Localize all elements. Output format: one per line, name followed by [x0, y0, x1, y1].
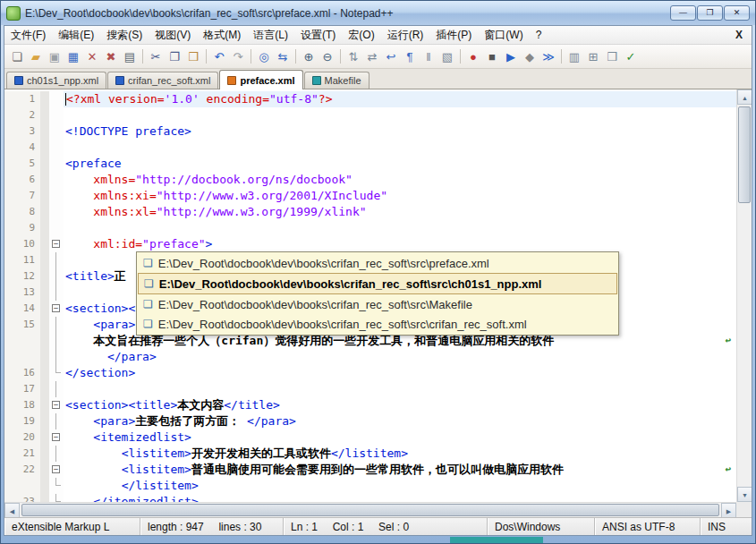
- menu-item-E[interactable]: 编辑(E): [52, 26, 100, 45]
- undo-icon[interactable]: ↶: [210, 47, 228, 65]
- tab-crifan_rec_soft.xml[interactable]: crifan_rec_soft.xml: [107, 72, 218, 89]
- line-number: 15: [4, 317, 40, 333]
- menu-item-S[interactable]: 搜索(S): [100, 26, 149, 45]
- scroll-up-button[interactable]: ▲: [737, 89, 752, 105]
- define-language-icon[interactable]: ▧: [438, 47, 456, 65]
- horizontal-scrollbar[interactable]: ◀ ▶: [4, 502, 736, 517]
- syntax-segment: </listitem>: [122, 478, 199, 494]
- line-number: [4, 349, 40, 365]
- code-text[interactable]: </section>: [64, 365, 736, 381]
- code-text[interactable]: [64, 140, 736, 156]
- menu-item-W[interactable]: 窗口(W): [478, 26, 529, 45]
- copy-icon[interactable]: ❐: [166, 47, 183, 65]
- code-text[interactable]: <section><title>本文内容</title>: [64, 397, 736, 413]
- code-text[interactable]: </para>: [64, 349, 736, 365]
- menu-item-L[interactable]: 语言(L): [247, 26, 294, 45]
- minimize-button[interactable]: —: [670, 5, 696, 21]
- code-text[interactable]: [64, 220, 736, 236]
- code-text[interactable]: </listitem>: [64, 478, 736, 494]
- doc-switcher-item[interactable]: ❏E:\Dev_Root\docbook\dev\books\crifan_re…: [138, 294, 617, 314]
- play-macro-icon[interactable]: ▶: [502, 47, 520, 65]
- fold-collapse-icon[interactable]: −: [52, 465, 60, 473]
- doc-switcher-item[interactable]: ❏E:\Dev_Root\docbook\dev\books\crifan_re…: [138, 273, 617, 294]
- maximize-button[interactable]: ❐: [697, 5, 723, 21]
- stop-macro-icon[interactable]: ■: [483, 47, 501, 65]
- menu-item-P[interactable]: 插件(P): [429, 26, 478, 45]
- code-text[interactable]: xmlns="http://docbook.org/ns/docbook": [64, 172, 736, 188]
- tab-Makefile[interactable]: Makefile: [304, 72, 370, 89]
- menu-item-R[interactable]: 运行(R): [381, 26, 430, 45]
- vertical-scroll-thumb[interactable]: [738, 106, 751, 203]
- code-text[interactable]: xmlns:xl="http://www.w3.org/1999/xlink": [64, 204, 736, 220]
- print-icon[interactable]: ▤: [121, 47, 139, 65]
- fold-margin[interactable]: −: [49, 429, 64, 446]
- menu-item-V[interactable]: 视图(V): [149, 26, 197, 45]
- code-text[interactable]: [64, 381, 736, 397]
- vertical-scrollbar[interactable]: ▲ ▼: [736, 89, 752, 502]
- replace-icon[interactable]: ⇆: [274, 47, 292, 65]
- scroll-right-button[interactable]: ▶: [721, 503, 736, 517]
- sync-horizontal-icon[interactable]: ⇄: [363, 47, 381, 65]
- code-text[interactable]: xmlns:xi="http://www.w3.org/2001/XInclud…: [64, 188, 736, 204]
- sync-vertical-icon[interactable]: ⇅: [344, 47, 362, 65]
- code-text[interactable]: [64, 107, 736, 123]
- fold-collapse-icon[interactable]: −: [52, 304, 60, 312]
- save-macro-icon[interactable]: ◆: [521, 47, 539, 65]
- editor-line: 4: [4, 140, 736, 156]
- code-text[interactable]: <listitem>普通电脑使用可能会需要用到的一些常用软件，也可以叫做电脑应用…: [64, 462, 736, 478]
- word-wrap-icon[interactable]: ↩: [382, 47, 400, 65]
- menu-close-doc-button[interactable]: X: [726, 29, 752, 41]
- code-text[interactable]: <para>主要包括了两方面： </para>: [64, 413, 736, 429]
- monitoring-icon[interactable]: ❒: [603, 47, 621, 65]
- fold-margin[interactable]: −: [49, 462, 64, 478]
- doc-switcher-icon[interactable]: ⊞: [584, 47, 602, 65]
- menu-item-?[interactable]: ?: [530, 27, 548, 43]
- find-icon[interactable]: ◎: [255, 47, 273, 65]
- code-text[interactable]: xml:id="preface">: [64, 236, 736, 252]
- tab-ch01s1_npp.xml[interactable]: ch01s1_npp.xml: [6, 72, 106, 89]
- editor-area[interactable]: 1<?xml version='1.0' encoding="utf-8"?>2…: [4, 89, 752, 517]
- run-macro-multiple-icon[interactable]: ≫: [539, 47, 557, 65]
- syntax-segment: "utf-8": [269, 91, 319, 107]
- fold-margin[interactable]: −: [49, 301, 64, 317]
- code-text[interactable]: <itemizedlist>: [64, 429, 736, 446]
- fold-margin[interactable]: −: [49, 397, 64, 413]
- fold-collapse-icon[interactable]: −: [52, 433, 60, 441]
- open-folder-icon[interactable]: ▰: [27, 47, 45, 65]
- doc-map-icon[interactable]: ▥: [565, 47, 583, 65]
- scroll-left-button[interactable]: ◀: [4, 503, 20, 517]
- doc-switcher-item[interactable]: ❏E:\Dev_Root\docbook\dev\books\crifan_re…: [138, 314, 617, 334]
- code-text[interactable]: <preface: [64, 156, 736, 172]
- tab-preface.xml[interactable]: preface.xml: [219, 70, 302, 89]
- spell-check-icon[interactable]: ✓: [622, 47, 640, 65]
- indent-guide-icon[interactable]: ‖: [420, 47, 437, 65]
- scroll-down-button[interactable]: ▼: [737, 487, 752, 502]
- save-all-icon[interactable]: ▦: [64, 47, 82, 65]
- fold-collapse-icon[interactable]: −: [52, 240, 60, 248]
- menu-item-F[interactable]: 文件(F): [4, 26, 52, 45]
- save-file-icon[interactable]: ▣: [46, 47, 64, 65]
- horizontal-scroll-thumb[interactable]: [21, 504, 719, 516]
- new-file-icon[interactable]: ❏: [8, 47, 26, 65]
- zoom-in-icon[interactable]: ⊕: [300, 47, 318, 65]
- menu-item-O[interactable]: 宏(O): [342, 26, 380, 45]
- code-text[interactable]: <?xml version='1.0' encoding="utf-8"?>: [64, 91, 736, 107]
- doc-switcher-item[interactable]: ❏E:\Dev_Root\docbook\dev\books\crifan_re…: [138, 253, 617, 273]
- code-text[interactable]: <listitem>开发开发相关的工具或软件</listitem>: [64, 446, 736, 462]
- close-file-icon[interactable]: ✕: [83, 47, 101, 65]
- menu-item-T[interactable]: 设置(T): [294, 26, 342, 45]
- show-all-characters-icon[interactable]: ¶: [401, 47, 419, 65]
- zoom-out-icon[interactable]: ⊖: [319, 47, 336, 65]
- cut-icon[interactable]: ✂: [147, 47, 165, 65]
- paste-icon[interactable]: ❒: [184, 47, 202, 65]
- tab-label: preface.xml: [240, 75, 294, 86]
- menu-item-M[interactable]: 格式(M): [197, 26, 247, 45]
- close-button[interactable]: ✕: [724, 5, 750, 21]
- redo-icon[interactable]: ↷: [229, 47, 247, 65]
- fold-collapse-icon[interactable]: −: [52, 401, 60, 409]
- title-bar[interactable]: E:\Dev_Root\docbook\dev\books\crifan_rec…: [1, 1, 755, 25]
- fold-margin[interactable]: −: [49, 236, 64, 252]
- code-text[interactable]: <!DOCTYPE preface>: [64, 123, 736, 140]
- close-all-icon[interactable]: ✖: [102, 47, 120, 65]
- record-macro-icon[interactable]: ●: [464, 47, 482, 65]
